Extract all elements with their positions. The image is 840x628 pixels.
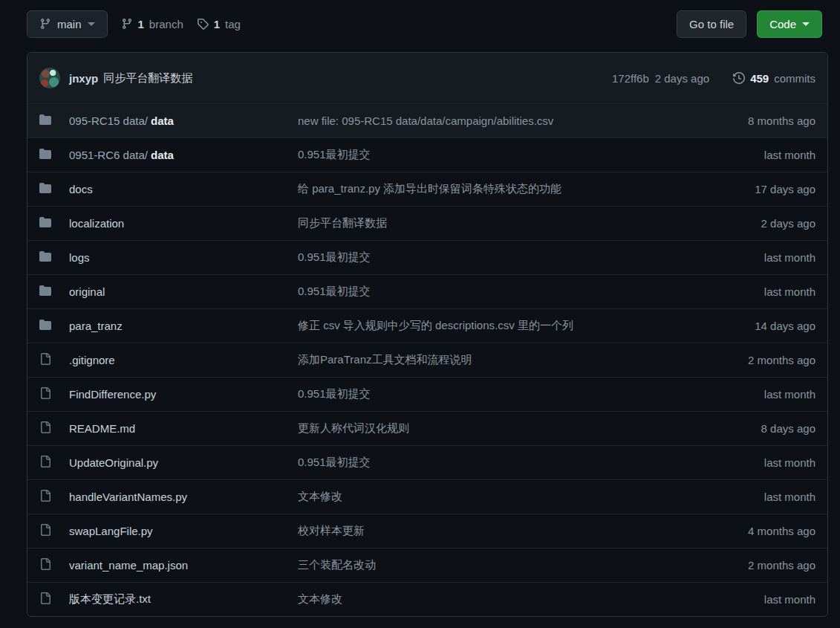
file-name: FindDifference.py xyxy=(69,388,156,401)
table-row[interactable]: UpdateOriginal.py 0.951最初提交 last month xyxy=(27,445,827,479)
file-name-link[interactable]: UpdateOriginal.py xyxy=(69,456,158,469)
file-name: swapLangFile.py xyxy=(69,525,153,537)
row-commit-message-link[interactable]: 校对样本更新 xyxy=(298,524,686,538)
row-commit-message-link[interactable]: 0.951最初提交 xyxy=(298,285,686,299)
row-commit-message-link[interactable]: 文本修改 xyxy=(298,490,686,504)
file-path-prefix: 095-RC15 data/ xyxy=(69,114,148,127)
row-commit-message-link[interactable]: 三个装配名改动 xyxy=(298,558,686,572)
file-icon xyxy=(39,490,51,502)
file-name-link[interactable]: 095-RC15 data/ data xyxy=(69,114,174,127)
branch-count-label: branch xyxy=(149,18,183,30)
table-row[interactable]: 版本变更记录.txt 文本修改 last month xyxy=(27,582,827,616)
commit-message-link[interactable]: 同步平台翻译数据 xyxy=(103,71,192,85)
row-commit-time: 14 days ago xyxy=(704,320,815,332)
file-name: logs xyxy=(69,251,90,264)
branch-selector-button[interactable]: main xyxy=(27,10,108,38)
table-row[interactable]: handleVariantNames.py 文本修改 last month xyxy=(27,479,827,514)
row-commit-message-link[interactable]: 修正 csv 导入规则中少写的 descriptions.csv 里的一个列 xyxy=(298,319,686,333)
file-name-link[interactable]: FindDifference.py xyxy=(69,388,156,401)
row-commit-time: last month xyxy=(704,593,815,606)
file-name-link[interactable]: original xyxy=(69,285,105,298)
file-icon xyxy=(39,421,51,433)
file-name-link[interactable]: variant_name_map.json xyxy=(69,559,188,572)
table-row[interactable]: swapLangFile.py 校对样本更新 4 months ago xyxy=(27,514,827,548)
file-name-link[interactable]: para_tranz xyxy=(69,320,123,332)
table-row[interactable]: .gitignore 添加ParaTranz工具文档和流程说明 2 months… xyxy=(27,343,827,377)
table-row[interactable]: variant_name_map.json 三个装配名改动 2 months a… xyxy=(27,548,827,582)
commit-sha-link[interactable]: 172ff6b xyxy=(612,72,649,85)
file-name: 版本变更记录.txt xyxy=(69,592,151,605)
file-name: variant_name_map.json xyxy=(69,559,188,572)
file-name-link[interactable]: docs xyxy=(69,183,93,195)
row-commit-time: last month xyxy=(704,149,815,161)
table-row[interactable]: 095-RC15 data/ data new file: 095-RC15 d… xyxy=(27,103,827,137)
file-list: jnxyp 同步平台翻译数据 172ff6b 2 days ago 459 co… xyxy=(27,52,828,617)
tag-count-label: tag xyxy=(225,18,241,30)
file-name: localization xyxy=(69,217,124,230)
file-path-prefix: 0951-RC6 data/ xyxy=(69,149,148,161)
git-branch-icon xyxy=(39,18,51,30)
row-commit-message-link[interactable]: 0.951最初提交 xyxy=(298,387,686,401)
row-commit-message-link[interactable]: 同步平台翻译数据 xyxy=(298,216,686,230)
table-row[interactable]: FindDifference.py 0.951最初提交 last month xyxy=(27,377,827,411)
row-commit-message-link[interactable]: 0.951最初提交 xyxy=(298,250,686,265)
file-name-link[interactable]: 版本变更记录.txt xyxy=(69,592,151,605)
code-button[interactable]: Code xyxy=(757,10,822,38)
commits-count-label: commits xyxy=(774,72,815,85)
file-name-link[interactable]: handleVariantNames.py xyxy=(69,491,187,503)
row-commit-time: last month xyxy=(704,456,815,469)
file-name: para_tranz xyxy=(69,320,123,332)
history-icon xyxy=(733,72,745,84)
row-commit-message-link[interactable]: 给 para_tranz.py 添加导出时保留词条特殊状态的功能 xyxy=(298,182,686,196)
dropdown-caret-icon xyxy=(802,22,810,26)
commits-count: 459 xyxy=(750,72,769,85)
row-commit-time: 4 months ago xyxy=(704,525,815,537)
current-branch-label: main xyxy=(57,18,82,30)
table-row[interactable]: logs 0.951最初提交 last month xyxy=(27,240,827,274)
commit-meta: 172ff6b 2 days ago 459 commits xyxy=(612,72,815,85)
row-commit-message-link[interactable]: 添加ParaTranz工具文档和流程说明 xyxy=(298,353,686,367)
file-name-link[interactable]: swapLangFile.py xyxy=(69,525,153,537)
author-avatar[interactable] xyxy=(39,68,60,88)
row-commit-time: last month xyxy=(704,388,815,401)
row-commit-time: 2 months ago xyxy=(704,559,815,572)
file-name: UpdateOriginal.py xyxy=(69,456,158,469)
table-row[interactable]: para_tranz 修正 csv 导入规则中少写的 descriptions.… xyxy=(27,308,827,343)
commit-author-link[interactable]: jnxyp xyxy=(69,72,98,85)
table-row[interactable]: README.md 更新人称代词汉化规则 8 days ago xyxy=(27,411,827,445)
folder-icon xyxy=(39,285,51,297)
folder-icon xyxy=(39,114,51,126)
row-commit-message-link[interactable]: 更新人称代词汉化规则 xyxy=(298,421,686,436)
file-name-link[interactable]: localization xyxy=(69,217,124,230)
table-row[interactable]: localization 同步平台翻译数据 2 days ago xyxy=(27,206,827,240)
row-commit-message-link[interactable]: 0.951最初提交 xyxy=(298,148,686,162)
folder-icon xyxy=(39,182,51,194)
file-icon xyxy=(39,353,51,365)
folder-icon xyxy=(39,216,51,228)
file-name-link[interactable]: logs xyxy=(69,251,90,264)
file-rows: 095-RC15 data/ data new file: 095-RC15 d… xyxy=(27,103,827,616)
file-icon xyxy=(39,387,51,399)
row-commit-message-link[interactable]: new file: 095-RC15 data/data/campaign/ab… xyxy=(298,114,686,127)
folder-icon xyxy=(39,250,51,262)
file-name-link[interactable]: README.md xyxy=(69,422,135,435)
table-row[interactable]: original 0.951最初提交 last month xyxy=(27,274,827,308)
branches-link[interactable]: 1 branch xyxy=(121,18,183,30)
file-name: .gitignore xyxy=(69,354,115,366)
row-commit-time: 8 months ago xyxy=(704,114,815,127)
latest-commit-bar: jnxyp 同步平台翻译数据 172ff6b 2 days ago 459 co… xyxy=(27,53,827,103)
file-icon xyxy=(39,592,51,604)
file-name-link[interactable]: 0951-RC6 data/ data xyxy=(69,149,174,161)
table-row[interactable]: 0951-RC6 data/ data 0.951最初提交 last month xyxy=(27,137,827,172)
table-row[interactable]: docs 给 para_tranz.py 添加导出时保留词条特殊状态的功能 17… xyxy=(27,172,827,206)
row-commit-message-link[interactable]: 0.951最初提交 xyxy=(298,456,686,470)
row-commit-message-link[interactable]: 文本修改 xyxy=(298,592,686,606)
folder-icon xyxy=(39,319,51,331)
file-name-link[interactable]: .gitignore xyxy=(69,354,115,366)
commits-history-link[interactable]: 459 commits xyxy=(733,72,815,85)
row-commit-time: 8 days ago xyxy=(704,422,815,435)
go-to-file-button[interactable]: Go to file xyxy=(677,10,746,38)
file-icon xyxy=(39,558,51,570)
tags-link[interactable]: 1 tag xyxy=(197,18,241,30)
tag-icon xyxy=(197,18,209,30)
